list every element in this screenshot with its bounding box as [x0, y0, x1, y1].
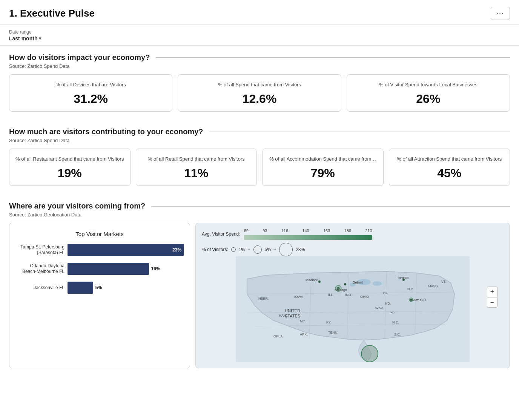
- map-container: Avg. Visitor Spend: 69 93 116 140 163 18…: [195, 223, 510, 368]
- section3-divider: [151, 206, 510, 207]
- svg-text:Detroit: Detroit: [353, 281, 363, 284]
- card-attraction-label: % of all Attraction Spend that came from…: [395, 156, 504, 162]
- svg-text:IOWA: IOWA: [294, 295, 303, 299]
- svg-text:NEBR.: NEBR.: [258, 297, 269, 300]
- card-devices-visitors-label: % of all Devices that are Visitors: [15, 81, 166, 88]
- svg-text:PA.: PA.: [383, 291, 388, 295]
- card-local-businesses: % of Visitor Spend towards Local Busines…: [347, 74, 510, 112]
- section1-source: Source: Zartico Spend Data: [9, 63, 510, 69]
- svg-point-38: [318, 281, 321, 283]
- svg-text:W.VA.: W.VA.: [375, 306, 384, 310]
- card-restaurant: % of all Restaurant Spend that came from…: [9, 149, 131, 186]
- card-retail: % of all Retail Spend that came from Vis…: [136, 149, 257, 186]
- visitors-legend: % of Visitors: 1% ··· 5% ··· 23%: [202, 243, 504, 256]
- circle-1pct-icon: [231, 247, 236, 252]
- svg-text:N.C.: N.C.: [392, 320, 399, 324]
- visitors-label: % of Visitors:: [202, 247, 228, 252]
- card-retail-value: 11%: [142, 166, 251, 180]
- svg-text:TENN.: TENN.: [328, 331, 338, 334]
- card-spend-visitors-value: 12.6%: [184, 92, 335, 106]
- section-economy-impact: How do visitors impact your economy? Sou…: [0, 46, 519, 112]
- card-attraction: % of all Attraction Spend that came from…: [389, 149, 510, 186]
- card-accommodation-label: % of all Accommodation Spend that came f…: [269, 156, 377, 162]
- svg-point-9: [373, 281, 382, 286]
- svg-point-44: [335, 285, 341, 291]
- spend-bar: [244, 235, 372, 240]
- map-svg: NEBR. IOWA ILL. IND. OHIO PA. N.Y. MASS.…: [202, 256, 504, 362]
- section1-divider: [156, 57, 510, 58]
- bar-pct-1: 16%: [151, 266, 160, 271]
- card-restaurant-value: 19%: [15, 166, 124, 180]
- card-attraction-value: 45%: [395, 166, 504, 180]
- card-devices-visitors: % of all Devices that are Visitors 31.2%: [9, 74, 172, 112]
- svg-text:New York: New York: [412, 298, 427, 302]
- svg-text:OKLA.: OKLA.: [273, 334, 284, 338]
- bar-track-0: 23%: [68, 244, 184, 256]
- bar-track-2: 5%: [68, 282, 184, 294]
- date-range-selector[interactable]: Last month ▾: [9, 35, 41, 41]
- svg-text:S.C.: S.C.: [394, 333, 401, 336]
- zoom-out-button[interactable]: −: [487, 297, 498, 308]
- page-header: 1. Executive Pulse ···: [0, 0, 519, 25]
- svg-point-39: [344, 283, 346, 285]
- bar-row-1: Orlando-Daytona Beach-Melbourne FL 16%: [15, 263, 184, 275]
- svg-text:N.Y.: N.Y.: [407, 287, 413, 291]
- section2-source: Source: Zartico Spend Data: [9, 138, 510, 143]
- svg-text:Madison: Madison: [306, 278, 318, 282]
- section3-title: Where are your visitors coming from?: [9, 202, 145, 210]
- section-visitor-origins: Where are your visitors coming from? Sou…: [0, 194, 519, 368]
- svg-text:IND.: IND.: [345, 293, 352, 297]
- svg-text:ARK.: ARK.: [300, 333, 308, 336]
- bar-label-0: Tampa-St. Petersburg (Sarasota) FL: [15, 244, 64, 256]
- spend-labels: 69 93 116 140 163 186 210: [244, 228, 372, 233]
- svg-text:VA.: VA.: [390, 310, 396, 314]
- avg-spend-label: Avg. Visitor Spend:: [202, 231, 240, 237]
- section1-title: How do visitors impact your economy?: [9, 53, 150, 62]
- bar-pct-2: 5%: [95, 285, 102, 290]
- charts-row: Top Visitor Markets Tampa-St. Petersburg…: [9, 223, 510, 368]
- bar-row: Tampa-St. Petersburg (Sarasota) FL 23%: [15, 244, 184, 256]
- svg-point-45: [409, 298, 413, 302]
- date-range-bar: Date range Last month ▾: [0, 25, 519, 46]
- chevron-down-icon: ▾: [39, 36, 41, 41]
- svg-text:MO.: MO.: [300, 319, 306, 323]
- svg-text:UNITED: UNITED: [285, 308, 300, 313]
- circle-23pct-icon: [279, 243, 293, 256]
- card-spend-visitors: % of all Spend that came from Visitors 1…: [178, 74, 341, 112]
- circle-5pct-icon: [253, 245, 262, 254]
- zoom-in-button[interactable]: +: [487, 287, 498, 297]
- bar-label-2: Jacksonville FL: [15, 285, 64, 291]
- section2-title: How much are visitors contributing to yo…: [9, 127, 203, 136]
- card-accommodation-value: 79%: [269, 166, 377, 180]
- svg-point-43: [361, 345, 378, 362]
- section1-cards-row: % of all Devices that are Visitors 31.2%…: [9, 74, 510, 112]
- date-range-label: Date range: [9, 29, 510, 35]
- svg-text:MASS.: MASS.: [428, 284, 439, 288]
- svg-point-40: [402, 279, 405, 281]
- svg-text:VT.: VT.: [441, 280, 446, 284]
- svg-text:ILL.: ILL.: [328, 293, 334, 297]
- bar-fill-2: [68, 282, 93, 294]
- card-retail-label: % of all Retail Spend that came from Vis…: [142, 156, 251, 162]
- bar-fill-1: [68, 263, 149, 275]
- section2-divider: [209, 132, 510, 132]
- bar-track-1: 16%: [68, 263, 184, 275]
- section2-cards-row: % of all Restaurant Spend that came from…: [9, 149, 510, 186]
- map-zoom-controls: + −: [487, 287, 498, 308]
- bar-chart-title: Top Visitor Markets: [15, 231, 184, 237]
- section-economy-contribution: How much are visitors contributing to yo…: [0, 120, 519, 186]
- svg-text:STATES: STATES: [285, 314, 300, 318]
- card-local-businesses-label: % of Visitor Spend towards Local Busines…: [353, 81, 504, 88]
- bar-chart-container: Top Visitor Markets Tampa-St. Petersburg…: [9, 223, 190, 368]
- map-legend: Avg. Visitor Spend: 69 93 116 140 163 18…: [202, 228, 504, 240]
- map-area: NEBR. IOWA ILL. IND. OHIO PA. N.Y. MASS.…: [202, 256, 504, 362]
- page-title: 1. Executive Pulse: [9, 8, 95, 19]
- card-restaurant-label: % of all Restaurant Spend that came from…: [15, 156, 124, 162]
- section3-source: Source: Zartico Geolocation Data: [9, 212, 510, 218]
- card-spend-visitors-label: % of all Spend that came from Visitors: [184, 81, 335, 88]
- bar-pct-0: 23%: [172, 247, 181, 253]
- menu-button[interactable]: ···: [491, 7, 510, 20]
- card-devices-visitors-value: 31.2%: [15, 92, 166, 106]
- svg-text:OHIO: OHIO: [360, 295, 369, 299]
- card-accommodation: % of all Accommodation Spend that came f…: [262, 149, 384, 186]
